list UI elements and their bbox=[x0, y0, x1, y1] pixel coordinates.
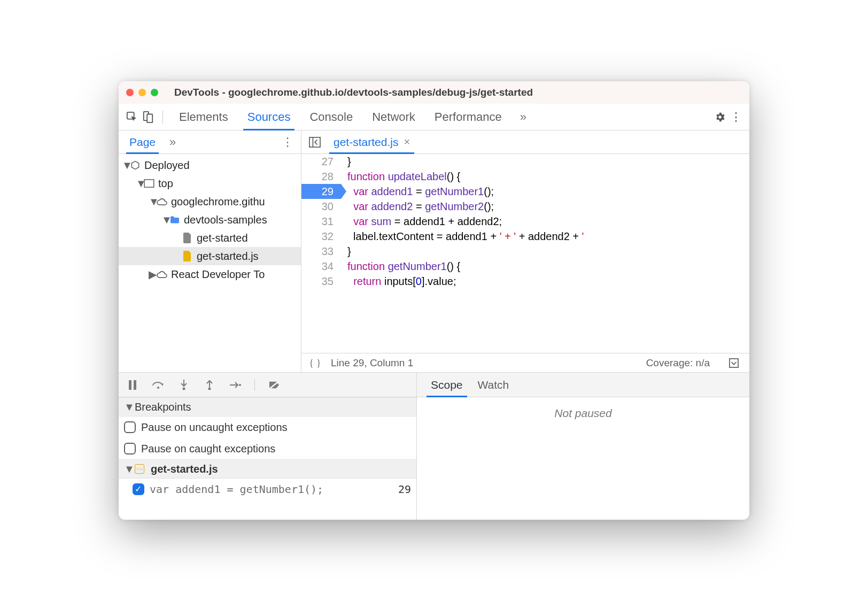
tree-row-deployed[interactable]: ▼ Deployed bbox=[119, 156, 301, 174]
step-out-icon[interactable] bbox=[203, 379, 216, 391]
editor-status-bar: { } Line 29, Column 1 Coverage: n/a bbox=[301, 353, 749, 372]
step-into-icon[interactable] bbox=[177, 379, 190, 391]
svg-rect-6 bbox=[730, 358, 738, 367]
window-title: DevTools - googlechrome.github.io/devtoo… bbox=[174, 87, 533, 98]
tab-console[interactable]: Console bbox=[300, 104, 362, 130]
tab-performance[interactable]: Performance bbox=[425, 104, 511, 130]
cube-icon bbox=[129, 159, 141, 171]
gutter-line[interactable]: 29 bbox=[301, 184, 341, 199]
svg-point-12 bbox=[239, 384, 241, 386]
pretty-print-icon[interactable]: { } bbox=[309, 357, 321, 369]
cloud-icon bbox=[156, 268, 168, 280]
code-line[interactable]: } bbox=[347, 154, 749, 169]
svg-point-10 bbox=[183, 387, 185, 390]
gutter-line[interactable]: 35 bbox=[301, 274, 334, 289]
svg-rect-7 bbox=[129, 380, 131, 390]
breakpoint-file-header[interactable]: ▼ <> get-started.js bbox=[119, 459, 416, 479]
chevron-down-icon: ▼ bbox=[124, 463, 131, 475]
code-editor[interactable]: 272829303132333435 }function updateLabel… bbox=[301, 154, 749, 353]
section-title: Breakpoints bbox=[135, 401, 191, 413]
gutter-line[interactable]: 28 bbox=[301, 169, 334, 184]
more-tabs-icon[interactable]: » bbox=[520, 110, 526, 124]
breakpoints-header[interactable]: ▼ Breakpoints bbox=[119, 397, 416, 417]
tree-row-folder[interactable]: ▼ devtools-samples bbox=[119, 211, 301, 229]
checkbox-breakpoint[interactable] bbox=[133, 483, 144, 495]
code-line[interactable]: label.textContent = addend1 + ' + ' + ad… bbox=[347, 229, 749, 244]
toggle-navigator-icon[interactable] bbox=[307, 134, 323, 150]
tree-label: top bbox=[158, 178, 173, 190]
svg-point-9 bbox=[157, 387, 159, 389]
kebab-menu-icon[interactable]: ⋮ bbox=[728, 109, 744, 125]
tree-row-top[interactable]: ▼ top bbox=[119, 174, 301, 192]
line-gutter[interactable]: 272829303132333435 bbox=[301, 154, 341, 353]
tab-watch[interactable]: Watch bbox=[470, 373, 517, 397]
navigator-tabbar: Page » ⋮ bbox=[119, 130, 301, 154]
svg-rect-2 bbox=[147, 114, 152, 122]
tree-label: googlechrome.githu bbox=[171, 196, 265, 208]
checkbox-caught[interactable] bbox=[124, 443, 136, 454]
checkbox-uncaught[interactable] bbox=[124, 421, 136, 433]
breakpoint-code: var addend1 = getNumber1(); bbox=[150, 483, 323, 496]
tree-label: get-started bbox=[197, 232, 248, 244]
code-line[interactable]: function getNumber1() { bbox=[347, 259, 749, 274]
tree-label: React Developer To bbox=[171, 268, 265, 281]
gutter-line[interactable]: 34 bbox=[301, 259, 334, 274]
zoom-window-button[interactable] bbox=[151, 89, 158, 96]
pause-caught-row[interactable]: Pause on caught exceptions bbox=[119, 438, 416, 459]
chevron-down-icon: ▼ bbox=[124, 401, 131, 413]
code-line[interactable]: var sum = addend1 + addend2; bbox=[347, 214, 749, 229]
code-content[interactable]: }function updateLabel() { var addend1 = … bbox=[341, 154, 749, 353]
gear-icon[interactable] bbox=[712, 109, 728, 125]
tree-row-extension[interactable]: ▶ React Developer To bbox=[119, 265, 301, 283]
tree-label: devtools-samples bbox=[184, 214, 267, 226]
gutter-line[interactable]: 33 bbox=[301, 244, 334, 259]
separator bbox=[254, 379, 255, 391]
window-titlebar[interactable]: DevTools - googlechrome.github.io/devtoo… bbox=[119, 81, 749, 104]
close-window-button[interactable] bbox=[126, 89, 134, 96]
step-icon[interactable] bbox=[229, 379, 242, 391]
breakpoint-item[interactable]: var addend1 = getNumber1(); 29 bbox=[119, 479, 416, 500]
tab-network[interactable]: Network bbox=[362, 104, 425, 130]
collapse-icon[interactable] bbox=[726, 355, 742, 371]
code-line[interactable]: } bbox=[347, 244, 749, 259]
coverage-status: Coverage: n/a bbox=[646, 357, 710, 369]
navigator-menu-icon[interactable]: ⋮ bbox=[280, 134, 296, 150]
tree-label: Deployed bbox=[144, 159, 190, 172]
code-line[interactable]: var addend2 = getNumber2(); bbox=[347, 199, 749, 214]
gutter-line[interactable]: 32 bbox=[301, 229, 334, 244]
gutter-line[interactable]: 30 bbox=[301, 199, 334, 214]
script-badge-icon: <> bbox=[135, 464, 144, 474]
minimize-window-button[interactable] bbox=[138, 89, 146, 96]
tree-row-file-js[interactable]: get-started.js bbox=[119, 247, 301, 265]
more-navigator-tabs-icon[interactable]: » bbox=[169, 135, 176, 149]
chevron-down-icon: ▼ bbox=[122, 159, 129, 172]
pause-icon[interactable] bbox=[126, 379, 139, 391]
tab-sources[interactable]: Sources bbox=[238, 104, 300, 130]
svg-rect-8 bbox=[134, 380, 136, 390]
gutter-line[interactable]: 27 bbox=[301, 154, 334, 169]
file-tab-get-started[interactable]: get-started.js × bbox=[329, 130, 414, 154]
tab-scope[interactable]: Scope bbox=[423, 373, 470, 397]
tree-row-origin[interactable]: ▼ googlechrome.githu bbox=[119, 192, 301, 211]
tree-row-file-html[interactable]: get-started bbox=[119, 229, 301, 247]
breakpoints-pane: ▼ Breakpoints Pause on uncaught exceptio… bbox=[119, 373, 417, 520]
editor-tabbar: get-started.js × bbox=[301, 130, 749, 154]
debugger-pane: ▼ Breakpoints Pause on uncaught exceptio… bbox=[119, 372, 749, 520]
scope-tabbar: ScopeWatch bbox=[417, 373, 749, 397]
step-over-icon[interactable] bbox=[152, 379, 165, 391]
chevron-right-icon: ▶ bbox=[149, 268, 156, 281]
tab-elements[interactable]: Elements bbox=[169, 104, 238, 130]
code-line[interactable]: var addend1 = getNumber1(); bbox=[347, 184, 749, 199]
close-icon[interactable]: × bbox=[404, 136, 410, 148]
pause-uncaught-row[interactable]: Pause on uncaught exceptions bbox=[119, 417, 416, 438]
gutter-line[interactable]: 31 bbox=[301, 214, 334, 229]
page-tab[interactable]: Page bbox=[124, 130, 161, 154]
inspect-element-icon[interactable] bbox=[124, 109, 140, 125]
device-toolbar-icon[interactable] bbox=[140, 109, 156, 125]
code-line[interactable]: return inputs[0].value; bbox=[347, 274, 749, 289]
document-icon bbox=[182, 232, 193, 244]
deactivate-breakpoints-icon[interactable] bbox=[268, 379, 281, 391]
traffic-lights bbox=[126, 89, 158, 96]
scope-pane: ScopeWatch Not paused bbox=[417, 373, 749, 520]
code-line[interactable]: function updateLabel() { bbox=[347, 169, 749, 184]
